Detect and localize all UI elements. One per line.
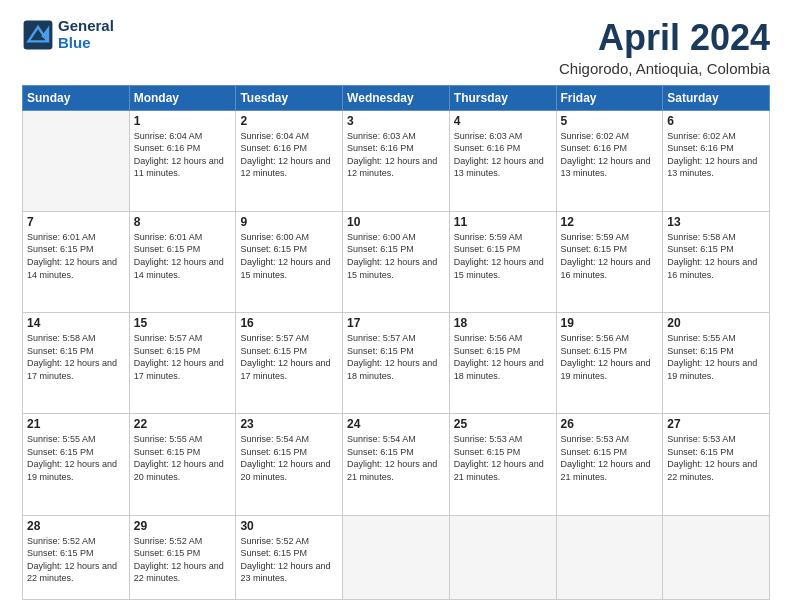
day-info: Sunrise: 5:55 AMSunset: 6:15 PMDaylight:… <box>667 332 765 382</box>
calendar-day-cell: 24Sunrise: 5:54 AMSunset: 6:15 PMDayligh… <box>343 414 450 515</box>
calendar-week-row: 21Sunrise: 5:55 AMSunset: 6:15 PMDayligh… <box>23 414 770 515</box>
day-info: Sunrise: 5:52 AMSunset: 6:15 PMDaylight:… <box>134 535 232 585</box>
calendar-week-row: 14Sunrise: 5:58 AMSunset: 6:15 PMDayligh… <box>23 313 770 414</box>
page: General Blue April 2024 Chigorodo, Antio… <box>0 0 792 612</box>
day-info: Sunrise: 6:04 AMSunset: 6:16 PMDaylight:… <box>240 130 338 180</box>
day-info: Sunrise: 6:02 AMSunset: 6:16 PMDaylight:… <box>561 130 659 180</box>
calendar-day-cell: 27Sunrise: 5:53 AMSunset: 6:15 PMDayligh… <box>663 414 770 515</box>
day-number: 9 <box>240 215 338 229</box>
day-info: Sunrise: 5:53 AMSunset: 6:15 PMDaylight:… <box>454 433 552 483</box>
calendar-day-cell: 19Sunrise: 5:56 AMSunset: 6:15 PMDayligh… <box>556 313 663 414</box>
calendar-day-cell: 9Sunrise: 6:00 AMSunset: 6:15 PMDaylight… <box>236 211 343 312</box>
day-number: 6 <box>667 114 765 128</box>
day-number: 5 <box>561 114 659 128</box>
title-area: April 2024 Chigorodo, Antioquia, Colombi… <box>559 18 770 77</box>
calendar-day-cell: 18Sunrise: 5:56 AMSunset: 6:15 PMDayligh… <box>449 313 556 414</box>
day-info: Sunrise: 5:59 AMSunset: 6:15 PMDaylight:… <box>454 231 552 281</box>
day-number: 16 <box>240 316 338 330</box>
calendar-day-cell: 12Sunrise: 5:59 AMSunset: 6:15 PMDayligh… <box>556 211 663 312</box>
month-title: April 2024 <box>559 18 770 58</box>
calendar-day-cell: 8Sunrise: 6:01 AMSunset: 6:15 PMDaylight… <box>129 211 236 312</box>
day-number: 22 <box>134 417 232 431</box>
day-info: Sunrise: 5:53 AMSunset: 6:15 PMDaylight:… <box>667 433 765 483</box>
day-info: Sunrise: 5:52 AMSunset: 6:15 PMDaylight:… <box>27 535 125 585</box>
calendar-header-row: SundayMondayTuesdayWednesdayThursdayFrid… <box>23 85 770 110</box>
day-info: Sunrise: 5:56 AMSunset: 6:15 PMDaylight:… <box>561 332 659 382</box>
day-info: Sunrise: 5:58 AMSunset: 6:15 PMDaylight:… <box>667 231 765 281</box>
day-number: 13 <box>667 215 765 229</box>
day-number: 7 <box>27 215 125 229</box>
day-info: Sunrise: 6:03 AMSunset: 6:16 PMDaylight:… <box>454 130 552 180</box>
calendar-day-cell: 30Sunrise: 5:52 AMSunset: 6:15 PMDayligh… <box>236 515 343 599</box>
calendar-day-cell: 22Sunrise: 5:55 AMSunset: 6:15 PMDayligh… <box>129 414 236 515</box>
day-info: Sunrise: 5:55 AMSunset: 6:15 PMDaylight:… <box>134 433 232 483</box>
day-number: 10 <box>347 215 445 229</box>
calendar-week-row: 7Sunrise: 6:01 AMSunset: 6:15 PMDaylight… <box>23 211 770 312</box>
day-info: Sunrise: 6:00 AMSunset: 6:15 PMDaylight:… <box>240 231 338 281</box>
calendar-day-cell: 26Sunrise: 5:53 AMSunset: 6:15 PMDayligh… <box>556 414 663 515</box>
day-info: Sunrise: 5:53 AMSunset: 6:15 PMDaylight:… <box>561 433 659 483</box>
calendar-day-cell <box>23 110 130 211</box>
calendar-day-cell: 25Sunrise: 5:53 AMSunset: 6:15 PMDayligh… <box>449 414 556 515</box>
calendar-day-cell: 10Sunrise: 6:00 AMSunset: 6:15 PMDayligh… <box>343 211 450 312</box>
day-number: 20 <box>667 316 765 330</box>
calendar-day-cell: 6Sunrise: 6:02 AMSunset: 6:16 PMDaylight… <box>663 110 770 211</box>
calendar-day-cell: 3Sunrise: 6:03 AMSunset: 6:16 PMDaylight… <box>343 110 450 211</box>
calendar-day-cell <box>449 515 556 599</box>
day-number: 23 <box>240 417 338 431</box>
calendar-day-cell: 29Sunrise: 5:52 AMSunset: 6:15 PMDayligh… <box>129 515 236 599</box>
calendar-header-cell: Monday <box>129 85 236 110</box>
calendar-day-cell: 23Sunrise: 5:54 AMSunset: 6:15 PMDayligh… <box>236 414 343 515</box>
calendar-week-row: 1Sunrise: 6:04 AMSunset: 6:16 PMDaylight… <box>23 110 770 211</box>
day-info: Sunrise: 5:57 AMSunset: 6:15 PMDaylight:… <box>347 332 445 382</box>
calendar-day-cell: 13Sunrise: 5:58 AMSunset: 6:15 PMDayligh… <box>663 211 770 312</box>
day-number: 18 <box>454 316 552 330</box>
day-number: 29 <box>134 519 232 533</box>
day-number: 11 <box>454 215 552 229</box>
day-info: Sunrise: 5:55 AMSunset: 6:15 PMDaylight:… <box>27 433 125 483</box>
location-title: Chigorodo, Antioquia, Colombia <box>559 60 770 77</box>
header: General Blue April 2024 Chigorodo, Antio… <box>22 18 770 77</box>
calendar-day-cell: 17Sunrise: 5:57 AMSunset: 6:15 PMDayligh… <box>343 313 450 414</box>
day-info: Sunrise: 5:54 AMSunset: 6:15 PMDaylight:… <box>347 433 445 483</box>
calendar-header-cell: Friday <box>556 85 663 110</box>
day-number: 14 <box>27 316 125 330</box>
day-info: Sunrise: 5:59 AMSunset: 6:15 PMDaylight:… <box>561 231 659 281</box>
day-number: 1 <box>134 114 232 128</box>
calendar-day-cell: 15Sunrise: 5:57 AMSunset: 6:15 PMDayligh… <box>129 313 236 414</box>
calendar-day-cell <box>663 515 770 599</box>
calendar-week-row: 28Sunrise: 5:52 AMSunset: 6:15 PMDayligh… <box>23 515 770 599</box>
calendar-day-cell: 7Sunrise: 6:01 AMSunset: 6:15 PMDaylight… <box>23 211 130 312</box>
day-number: 21 <box>27 417 125 431</box>
calendar-day-cell: 2Sunrise: 6:04 AMSunset: 6:16 PMDaylight… <box>236 110 343 211</box>
calendar-day-cell <box>343 515 450 599</box>
calendar-header-cell: Sunday <box>23 85 130 110</box>
day-number: 25 <box>454 417 552 431</box>
day-info: Sunrise: 6:01 AMSunset: 6:15 PMDaylight:… <box>134 231 232 281</box>
day-info: Sunrise: 5:54 AMSunset: 6:15 PMDaylight:… <box>240 433 338 483</box>
calendar-day-cell: 28Sunrise: 5:52 AMSunset: 6:15 PMDayligh… <box>23 515 130 599</box>
calendar-header-cell: Saturday <box>663 85 770 110</box>
logo-text: General Blue <box>58 18 114 51</box>
calendar-day-cell: 20Sunrise: 5:55 AMSunset: 6:15 PMDayligh… <box>663 313 770 414</box>
day-info: Sunrise: 5:58 AMSunset: 6:15 PMDaylight:… <box>27 332 125 382</box>
day-number: 4 <box>454 114 552 128</box>
day-info: Sunrise: 6:00 AMSunset: 6:15 PMDaylight:… <box>347 231 445 281</box>
day-number: 17 <box>347 316 445 330</box>
calendar-day-cell: 5Sunrise: 6:02 AMSunset: 6:16 PMDaylight… <box>556 110 663 211</box>
calendar-day-cell: 1Sunrise: 6:04 AMSunset: 6:16 PMDaylight… <box>129 110 236 211</box>
day-number: 12 <box>561 215 659 229</box>
calendar-header-cell: Tuesday <box>236 85 343 110</box>
day-number: 28 <box>27 519 125 533</box>
day-info: Sunrise: 5:57 AMSunset: 6:15 PMDaylight:… <box>134 332 232 382</box>
calendar-table: SundayMondayTuesdayWednesdayThursdayFrid… <box>22 85 770 600</box>
day-number: 8 <box>134 215 232 229</box>
day-info: Sunrise: 5:52 AMSunset: 6:15 PMDaylight:… <box>240 535 338 585</box>
day-number: 2 <box>240 114 338 128</box>
calendar-day-cell <box>556 515 663 599</box>
day-number: 27 <box>667 417 765 431</box>
calendar-header-cell: Wednesday <box>343 85 450 110</box>
day-number: 26 <box>561 417 659 431</box>
day-number: 30 <box>240 519 338 533</box>
day-number: 24 <box>347 417 445 431</box>
